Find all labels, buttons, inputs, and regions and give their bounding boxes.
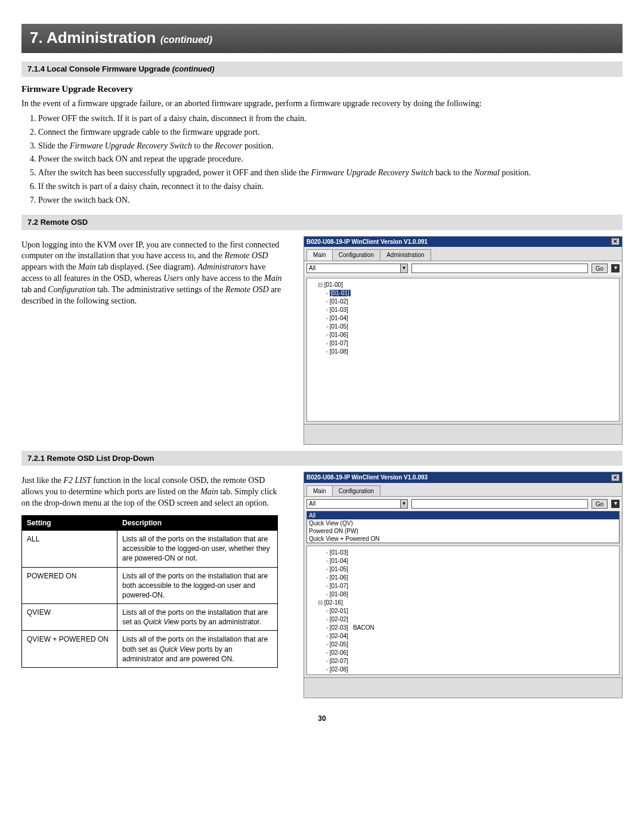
chevron-down-icon: ▼ [400, 264, 407, 272]
tree-leaf[interactable]: [02-05] [326, 640, 617, 649]
tree-leaf[interactable]: [01-06] [326, 574, 617, 582]
settings-table: Setting Description ALL Lists all of the… [21, 515, 278, 668]
tree-leaf[interactable]: [02-03] BACON [326, 624, 617, 632]
port-tree: [01-00] [01-01] [01-02] [01-03] [01-04] … [306, 278, 620, 422]
tree-root[interactable]: [02-16] [02-01] [02-02] [02-03] BACON [0… [318, 599, 617, 675]
filter-toolbar: All ▼ Go ▾ [304, 261, 622, 275]
go-button[interactable]: Go [592, 499, 608, 509]
section-7-1-4-continued: (continued) [172, 64, 215, 73]
tree-leaf[interactable]: [02-04] [326, 632, 617, 640]
tree-leaf[interactable]: [01-04] [326, 314, 617, 323]
tab-administration[interactable]: Administration [380, 249, 431, 261]
filter-option[interactable]: Powered ON (PW) [307, 527, 619, 535]
recovery-step-5: After the switch has been successfully u… [38, 168, 623, 179]
tree-leaf[interactable]: [01-07] [326, 582, 617, 590]
filter-toolbar: All ▼ Go ▾ [304, 496, 622, 511]
table-row: POWERED ON Lists all of the ports on the… [22, 567, 278, 604]
tree-leaf[interactable]: [01-03] [326, 549, 617, 557]
section-7-2-bar: 7.2 Remote OSD [21, 215, 623, 230]
filter-dropdown[interactable]: All ▼ [306, 264, 408, 273]
tree-leaf[interactable]: [01-06] [326, 331, 617, 339]
recovery-step-6: If the switch is part of a daisy chain, … [38, 181, 623, 193]
remote-osd-paragraph: Upon logging into the KVM over IP, you a… [21, 240, 287, 307]
search-input[interactable] [411, 264, 588, 273]
page-number: 30 [21, 714, 623, 723]
table-row: QVIEW + POWERED ON Lists all of the port… [22, 631, 278, 668]
go-button[interactable]: Go [592, 264, 608, 273]
section-7-1-4-bar: 7.1.4 Local Console Firmware Upgrade (co… [21, 61, 623, 77]
recovery-step-7: Power the switch back ON. [38, 195, 623, 206]
recovery-steps: Power OFF the switch. If it is part of a… [21, 113, 623, 206]
tab-configuration[interactable]: Configuration [332, 249, 380, 261]
table-row: QVIEW Lists all of the ports on the inst… [22, 604, 278, 631]
status-bar [304, 677, 622, 698]
section-7-2-1-bar: 7.2.1 Remote OSD List Drop-Down [21, 451, 623, 466]
filter-option[interactable]: All [307, 512, 619, 519]
chevron-down-icon: ▼ [400, 500, 407, 508]
col-setting: Setting [22, 515, 117, 530]
tree-leaf[interactable]: [01-04] [326, 557, 617, 565]
tree-leaf[interactable]: [01-03] [326, 306, 617, 314]
list-dropdown-paragraph: Just like the F2 LIST function in the lo… [21, 475, 287, 509]
window-title: B020-U08-19-IP WinClient Version V1.0.09… [306, 473, 428, 482]
table-header-row: Setting Description [22, 515, 278, 530]
filter-value: All [309, 264, 315, 272]
window-titlebar: B020-U08-19-IP WinClient Version V1.0.09… [304, 237, 622, 247]
search-input[interactable] [411, 499, 588, 509]
tree-leaf[interactable]: [02-01] [326, 607, 617, 615]
tree-root[interactable]: [01-00] [01-01] [01-02] [01-03] [01-04] … [318, 281, 617, 356]
chapter-title: 7. Administration [30, 29, 156, 47]
tab-strip: Main Configuration Administration [304, 247, 622, 261]
firmware-recovery-heading: Firmware Upgrade Recovery [21, 83, 623, 95]
tab-main[interactable]: Main [306, 485, 333, 497]
chapter-continued: (continued) [160, 35, 212, 45]
close-icon[interactable]: ✕ [611, 474, 620, 481]
filter-dropdown[interactable]: All ▼ [306, 499, 408, 509]
tree-leaf[interactable]: [01-08] [326, 590, 617, 599]
tree-leaf[interactable]: [01-02] [326, 298, 617, 306]
chapter-heading: 7. Administration (continued) [21, 24, 623, 53]
osd-screenshot-2: B020-U08-19-IP WinClient Version V1.0.09… [304, 472, 623, 698]
menu-icon[interactable]: ▾ [611, 500, 620, 508]
close-icon[interactable]: ✕ [611, 238, 620, 245]
tree-leaf[interactable]: [01-08] [326, 348, 617, 356]
filter-option[interactable]: Quick View + Powered ON [307, 535, 619, 543]
filter-option[interactable]: Quick View (QV) [307, 519, 619, 527]
firmware-recovery-intro: In the event of a firmware upgrade failu… [21, 98, 623, 110]
tree-leaf[interactable]: [01-05] [326, 323, 617, 331]
recovery-step-3: Slide the Firmware Upgrade Recovery Swit… [38, 141, 623, 152]
tree-leaf[interactable]: [02-08] [326, 665, 617, 674]
tab-strip: Main Configuration [304, 483, 622, 497]
recovery-step-2: Connect the firmware upgrade cable to th… [38, 127, 623, 138]
tree-leaf[interactable]: [01-05] [326, 565, 617, 574]
col-description: Description [117, 515, 278, 530]
tab-configuration[interactable]: Configuration [332, 485, 380, 497]
tree-leaf[interactable]: [02-07] [326, 657, 617, 665]
tree-leaf[interactable]: [02-09] [326, 674, 617, 675]
tree-leaf[interactable]: [02-06] [326, 649, 617, 657]
recovery-step-4: Power the switch back ON and repeat the … [38, 154, 623, 165]
section-7-1-4-title: 7.1.4 Local Console Firmware Upgrade [27, 64, 170, 73]
tree-leaf[interactable]: [02-02] [326, 615, 617, 624]
recovery-step-1: Power OFF the switch. If it is part of a… [38, 113, 623, 125]
filter-value: All [309, 500, 315, 508]
table-row: ALL Lists all of the ports on the instal… [22, 530, 278, 567]
tree-leaf[interactable]: [01-01] [326, 289, 617, 298]
osd-screenshot-1: B020-U08-19-IP WinClient Version V1.0.09… [304, 236, 623, 445]
window-title: B020-U08-19-IP WinClient Version V1.0.09… [306, 238, 428, 246]
port-tree: [01-03] [01-04] [01-05] [01-06] [01-07] … [306, 546, 620, 675]
tab-main[interactable]: Main [306, 249, 333, 261]
tree-leaf[interactable]: [01-07] [326, 339, 617, 348]
filter-options-list[interactable]: All Quick View (QV) Powered ON (PW) Quic… [306, 511, 620, 543]
window-titlebar: B020-U08-19-IP WinClient Version V1.0.09… [304, 472, 622, 483]
status-bar [304, 424, 622, 444]
menu-icon[interactable]: ▾ [611, 264, 620, 272]
